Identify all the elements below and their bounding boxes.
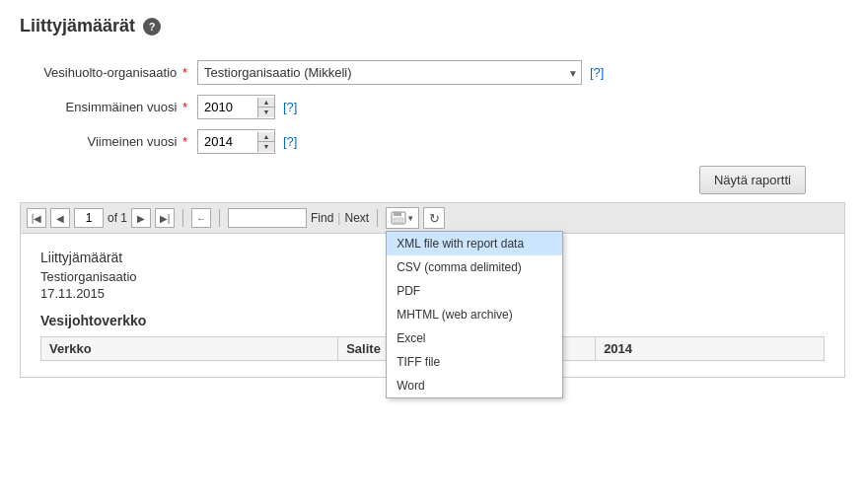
org-select-wrapper: Testiorganisaatio (Mikkeli) ▼ [197, 60, 582, 85]
export-dropdown-arrow-icon: ▼ [406, 214, 414, 223]
export-option-2[interactable]: PDF [387, 279, 562, 303]
last-year-spinner-buttons: ▲ ▼ [257, 132, 274, 152]
prev-page-button[interactable]: ◀ [50, 208, 70, 228]
org-control-group: Testiorganisaatio (Mikkeli) ▼ [?] [197, 60, 604, 85]
export-option-0[interactable]: XML file with report data [387, 232, 562, 255]
export-floppy-icon [391, 211, 406, 225]
page-number-input[interactable]: 1 [74, 208, 104, 228]
report-toolbar: |◀ ◀ 1 of 1 ▶ ▶| ← Find | Next [20, 202, 845, 233]
export-btn-wrapper: ▼ XML file with report dataCSV (comma de… [386, 207, 419, 229]
org-select[interactable]: Testiorganisaatio (Mikkeli) [197, 60, 582, 85]
first-year-required: * [182, 100, 187, 114]
last-year-up-button[interactable]: ▲ [258, 132, 274, 142]
toolbar-separator-3 [377, 209, 378, 227]
first-year-spinner: 2010 ▲ ▼ [197, 95, 275, 119]
pipe-separator: | [337, 211, 340, 225]
first-year-label: Ensimmäinen vuosi * [20, 100, 197, 114]
export-option-4[interactable]: Excel [387, 326, 562, 350]
svg-rect-2 [394, 218, 403, 223]
next-page-button[interactable]: ▶ [131, 208, 151, 228]
org-help-link[interactable]: [?] [590, 65, 604, 80]
org-label: Vesihuolto-organisaatio * [20, 65, 197, 80]
first-year-input[interactable]: 2010 [198, 96, 257, 118]
first-year-control-group: 2010 ▲ ▼ [?] [197, 95, 297, 119]
find-label: Find [311, 211, 333, 225]
first-year-spinner-buttons: ▲ ▼ [257, 98, 274, 117]
last-page-button[interactable]: ▶| [155, 208, 175, 228]
page-help-icon[interactable]: ? [143, 18, 161, 36]
first-page-button[interactable]: |◀ [27, 208, 46, 228]
back-button[interactable]: ← [191, 208, 211, 228]
form-section: Vesihuolto-organisaatio * Testiorganisaa… [20, 60, 845, 154]
export-option-5[interactable]: TIFF file [387, 350, 562, 374]
first-year-row: Ensimmäinen vuosi * 2010 ▲ ▼ [?] [20, 95, 845, 119]
show-report-button[interactable]: Näytä raportti [699, 166, 806, 194]
last-year-label: Viimeinen vuosi * [20, 134, 197, 149]
last-year-spinner: 2014 ▲ ▼ [197, 129, 275, 154]
last-year-row: Viimeinen vuosi * 2014 ▲ ▼ [?] [20, 129, 845, 154]
last-year-help-link[interactable]: [?] [283, 134, 297, 149]
toolbar-separator-1 [182, 209, 183, 227]
first-year-up-button[interactable]: ▲ [258, 98, 274, 108]
export-dropdown: XML file with report dataCSV (comma deli… [386, 231, 563, 398]
last-year-input[interactable]: 2014 [198, 130, 257, 153]
table-header-year: 2014 [596, 337, 825, 361]
next-label[interactable]: Next [344, 211, 369, 225]
page-title: Liittyjämäärät [20, 16, 135, 36]
last-year-required: * [182, 134, 187, 149]
refresh-button[interactable]: ↻ [423, 207, 445, 229]
first-year-help-link[interactable]: [?] [283, 100, 297, 114]
first-year-down-button[interactable]: ▼ [258, 108, 274, 117]
export-option-6[interactable]: Word [387, 374, 562, 397]
report-btn-row: Näytä raportti [20, 166, 845, 194]
export-button[interactable]: ▼ [386, 207, 419, 229]
svg-rect-1 [394, 212, 401, 216]
last-year-down-button[interactable]: ▼ [258, 142, 274, 152]
find-input[interactable] [228, 208, 307, 228]
export-option-1[interactable]: CSV (comma delimited) [387, 255, 562, 279]
toolbar-separator-2 [219, 209, 220, 227]
org-required: * [182, 65, 187, 80]
export-option-3[interactable]: MHTML (web archive) [387, 303, 562, 326]
last-year-control-group: 2014 ▲ ▼ [?] [197, 129, 297, 154]
table-header-verkko: Verkko [41, 337, 338, 361]
page-of-text: of 1 [108, 211, 127, 225]
org-row: Vesihuolto-organisaatio * Testiorganisaa… [20, 60, 845, 85]
